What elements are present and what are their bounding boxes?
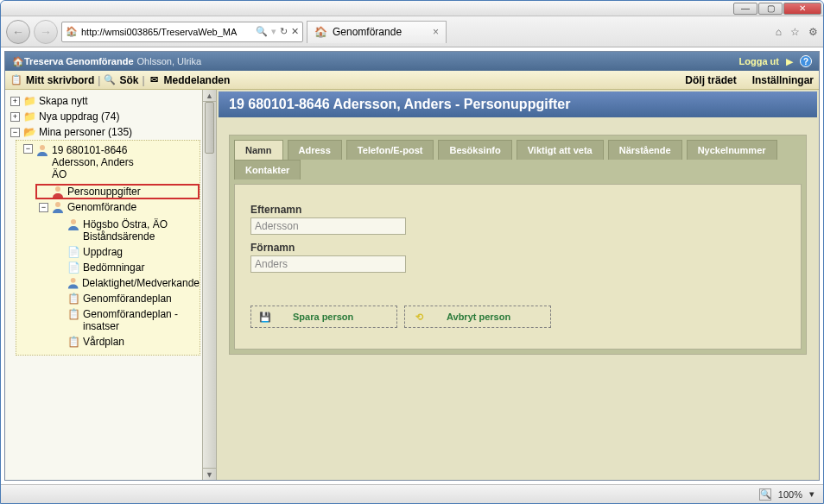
document-icon: 📄 — [67, 246, 80, 258]
status-bar: 🔍 100% ▾ — [1, 484, 823, 503]
maximize-button[interactable]: ▢ — [758, 3, 783, 15]
save-icon: 💾 — [258, 310, 272, 324]
tab-narstaende[interactable]: Närstående — [608, 140, 682, 160]
scroll-thumb[interactable] — [205, 102, 214, 154]
favorites-icon[interactable]: ☆ — [790, 26, 800, 38]
tab-close-icon[interactable]: × — [433, 26, 439, 38]
document-icon: 📄 — [67, 261, 80, 274]
forward-button[interactable]: → — [34, 20, 58, 44]
list-icon: 📋 — [67, 336, 80, 348]
tab-namn[interactable]: Namn — [234, 140, 283, 160]
tree-node-uppdrag[interactable]: 📄 Uppdrag — [51, 244, 200, 260]
tree-node-gplan-insatser[interactable]: 📋 Genomförandeplan -insatser — [51, 306, 200, 334]
svg-point-4 — [70, 278, 75, 283]
logout-link[interactable]: Logga ut — [739, 56, 779, 66]
stop-icon[interactable]: ✕ — [291, 26, 299, 37]
tree-node-delaktighet[interactable]: Delaktighet/Medverkande — [51, 275, 200, 291]
expand-icon[interactable]: + — [10, 97, 20, 106]
app-logo-icon: 🏠 — [12, 56, 24, 67]
tree-node-personuppgifter[interactable]: Personuppgifter — [35, 184, 200, 199]
logout-arrow-icon: ▶ — [786, 56, 793, 67]
scroll-up-icon[interactable]: ▲ — [203, 90, 216, 102]
back-button[interactable]: ← — [6, 20, 30, 44]
browser-tab[interactable]: 🏠 Genomförande × — [307, 21, 447, 43]
tab-icon: 🏠 — [314, 26, 327, 38]
firstname-label: Förnamn — [250, 242, 785, 254]
tab-nyckelnummer[interactable]: Nyckelnummer — [687, 140, 777, 160]
tab-adress[interactable]: Adress — [288, 140, 342, 160]
expand-icon[interactable]: + — [10, 112, 20, 122]
messages-icon: ✉ — [149, 74, 161, 86]
tree-node-genomforande[interactable]: − Genomförande — [35, 199, 200, 215]
person-icon — [51, 201, 65, 213]
desk-icon: 📋 — [10, 74, 22, 86]
tree-panel: + 📁 Skapa nytt + 📁 Nya uppdrag (74) − 📂 … — [5, 90, 202, 480]
scroll-down-icon[interactable]: ▼ — [203, 468, 216, 480]
tab-telefon[interactable]: Telefon/E-post — [346, 140, 434, 160]
tab-panel: Namn Adress Telefon/E-post Besöksinfo Vi… — [229, 135, 807, 355]
toolbar-hide-tree[interactable]: Dölj trädet — [685, 74, 736, 86]
tree-node-bistand[interactable]: Högsbo Östra, ÄOBiståndsärende — [51, 217, 200, 244]
gear-icon[interactable]: ⚙ — [808, 26, 818, 38]
svg-point-0 — [40, 145, 45, 150]
page-title: 19 680101-8646 Adersson, Anders - Person… — [219, 91, 817, 117]
svg-point-3 — [71, 219, 76, 224]
help-icon[interactable]: ? — [800, 55, 812, 67]
folder-icon: 📁 — [22, 110, 36, 123]
url-bar[interactable]: 🏠 http://wmsi003865/TreservaWeb_MA 🔍 ▾ ↻… — [61, 22, 303, 42]
tab-viktigt[interactable]: Viktigt att veta — [517, 140, 604, 160]
app-toolbar: 📋 Mitt skrivbord | 🔍 Sök | ✉ Meddelanden… — [5, 71, 819, 90]
undo-icon: ⟲ — [412, 310, 426, 324]
search-icon[interactable]: 🔍 — [256, 26, 268, 37]
save-button[interactable]: 💾 Spara person — [250, 306, 397, 328]
tree-node-gplan[interactable]: 📋 Genomförandeplan — [51, 291, 200, 306]
toolbar-search[interactable]: Sök — [119, 74, 138, 86]
toolbar-desk[interactable]: Mitt skrivbord — [26, 74, 94, 86]
firstname-field[interactable] — [250, 255, 406, 273]
zoom-reset-icon[interactable]: 🔍 — [759, 488, 771, 501]
folder-open-icon: 📂 — [22, 126, 36, 138]
site-icon: 🏠 — [66, 26, 78, 37]
tab-title: Genomförande — [333, 26, 402, 38]
zoom-value: 100% — [778, 489, 802, 500]
tree-node-bedomningar[interactable]: 📄 Bedömningar — [51, 260, 200, 275]
list-icon: 📋 — [67, 308, 80, 320]
home-icon[interactable]: ⌂ — [776, 26, 782, 38]
tree-node-skapa-nytt[interactable]: + 📁 Skapa nytt — [7, 93, 200, 109]
collapse-icon[interactable]: − — [23, 144, 33, 154]
cancel-button[interactable]: ⟲ Avbryt person — [404, 306, 551, 328]
tree-scrollbar[interactable]: ▲ ▼ — [202, 90, 216, 480]
lastname-label: Efternamn — [250, 204, 785, 216]
toolbar-settings[interactable]: Inställningar — [752, 74, 814, 86]
browser-toolbar: ← → 🏠 http://wmsi003865/TreservaWeb_MA 🔍… — [1, 16, 823, 47]
person-icon — [35, 144, 49, 156]
window-titlebar: — ▢ ✕ — [1, 1, 823, 16]
app-header: 🏠 Treserva Genomförande Ohlsson, Ulrika … — [5, 52, 819, 71]
zoom-dropdown-icon[interactable]: ▾ — [809, 488, 814, 500]
person-red-icon — [51, 186, 65, 198]
lastname-field[interactable] — [250, 217, 406, 235]
refresh-icon[interactable]: ↻ — [280, 26, 288, 37]
minimize-button[interactable]: — — [733, 3, 757, 15]
search-tool-icon: 🔍 — [104, 74, 116, 86]
form-area: Efternamn Förnamn 💾 Spara person ⟲ — [234, 184, 802, 350]
close-button[interactable]: ✕ — [783, 3, 821, 15]
app-user: Ohlsson, Ulrika — [137, 56, 202, 66]
tree-node-person[interactable]: − 19 680101-8646 Adersson, Anders ÄO — [20, 142, 200, 182]
url-text: http://wmsi003865/TreservaWeb_MA — [81, 27, 237, 37]
collapse-icon[interactable]: − — [10, 128, 20, 137]
list-icon: 📋 — [67, 293, 80, 305]
person-icon — [67, 277, 79, 289]
tree-node-vardplan[interactable]: 📋 Vårdplan — [51, 334, 200, 350]
collapse-icon[interactable]: − — [39, 203, 48, 212]
toolbar-messages[interactable]: Meddelanden — [164, 74, 231, 86]
person-icon — [67, 218, 80, 230]
app-title: Treserva Genomförande — [24, 56, 134, 66]
svg-point-2 — [55, 202, 60, 207]
tab-besoksinfo[interactable]: Besöksinfo — [438, 140, 511, 160]
svg-point-1 — [55, 186, 60, 192]
tab-kontakter[interactable]: Kontakter — [234, 160, 301, 180]
tree-node-mina-personer[interactable]: − 📂 Mina personer (135) — [7, 124, 200, 140]
folder-icon: 📁 — [22, 95, 36, 107]
tree-node-nya-uppdrag[interactable]: + 📁 Nya uppdrag (74) — [7, 109, 200, 124]
